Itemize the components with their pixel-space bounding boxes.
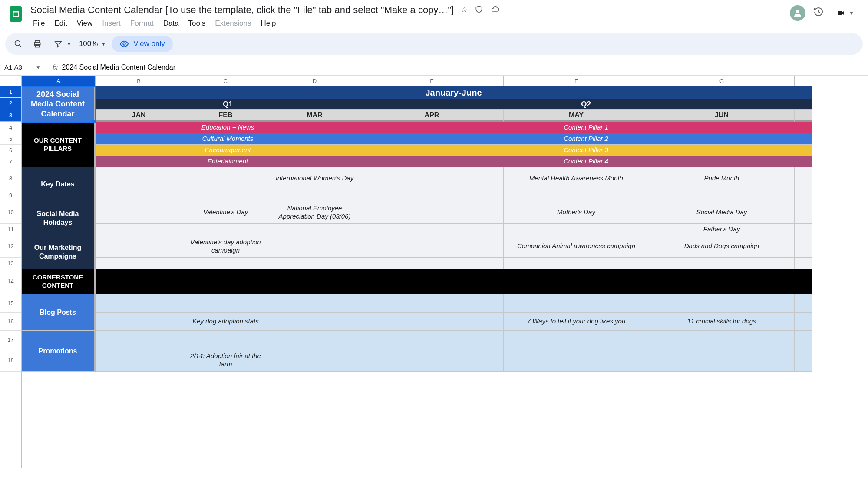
table-cell[interactable]: [182, 331, 269, 349]
table-cell[interactable]: [96, 201, 182, 224]
cell-month[interactable]: JUN: [649, 110, 795, 122]
table-cell[interactable]: [269, 224, 360, 235]
table-cell[interactable]: [360, 167, 504, 190]
table-cell[interactable]: [504, 190, 649, 201]
table-cell[interactable]: Mother's Day: [504, 201, 649, 224]
pillar-cell[interactable]: Content Pillar 2: [360, 133, 812, 145]
side-blog[interactable]: Blog Posts: [22, 294, 96, 331]
cell-month[interactable]: MAR: [269, 110, 360, 122]
table-cell[interactable]: [795, 190, 812, 201]
table-cell[interactable]: [96, 167, 182, 190]
side-campaigns[interactable]: Our Marketing Campaigns: [22, 235, 96, 269]
row-header[interactable]: 2: [0, 98, 21, 109]
chevron-down-icon[interactable]: ▼: [67, 42, 71, 47]
col-header[interactable]: B: [96, 76, 182, 86]
cell-month[interactable]: JAN: [96, 110, 182, 122]
table-cell[interactable]: [795, 294, 812, 313]
row-header[interactable]: 4: [0, 122, 21, 133]
document-title[interactable]: Social Media Content Calendar [To use th…: [29, 3, 455, 17]
table-cell[interactable]: 7 Ways to tell if your dog likes you: [504, 313, 649, 331]
pillar-cell[interactable]: Entertainment: [96, 156, 360, 167]
table-cell[interactable]: [360, 294, 504, 313]
meet-button[interactable]: ▼: [832, 6, 858, 20]
table-cell[interactable]: International Women's Day: [269, 167, 360, 190]
table-cell[interactable]: [96, 331, 182, 349]
menu-view[interactable]: View: [73, 17, 97, 30]
pillar-cell[interactable]: Cultural Moments: [96, 133, 360, 145]
pillar-cell[interactable]: Content Pillar 3: [360, 145, 812, 156]
table-cell[interactable]: [504, 258, 649, 269]
table-cell[interactable]: [96, 235, 182, 258]
table-cell[interactable]: [795, 201, 812, 224]
name-box[interactable]: A1:A3 ▼: [0, 63, 45, 71]
col-header[interactable]: A: [22, 76, 96, 86]
table-cell[interactable]: [182, 294, 269, 313]
account-avatar[interactable]: [790, 5, 805, 21]
col-header[interactable]: F: [504, 76, 649, 86]
table-cell[interactable]: [649, 349, 795, 372]
filter-button[interactable]: [50, 36, 66, 52]
row-header[interactable]: 7: [0, 156, 21, 167]
row-header[interactable]: 16: [0, 313, 21, 331]
sheets-logo[interactable]: [7, 5, 24, 23]
table-cell[interactable]: [182, 167, 269, 190]
table-cell[interactable]: [96, 294, 182, 313]
table-cell[interactable]: [360, 224, 504, 235]
table-cell[interactable]: 11 crucial skills for dogs: [649, 313, 795, 331]
table-cell[interactable]: [96, 269, 812, 294]
move-icon[interactable]: [475, 5, 483, 16]
row-header[interactable]: 10: [0, 201, 21, 224]
table-cell[interactable]: [96, 313, 182, 331]
cell-title[interactable]: 2024 Social Media Content Calendar: [22, 86, 96, 122]
selection-handle[interactable]: [92, 120, 95, 123]
table-cell[interactable]: [182, 190, 269, 201]
side-promotions[interactable]: Promotions: [22, 331, 96, 372]
table-cell[interactable]: [504, 294, 649, 313]
table-cell[interactable]: [795, 235, 812, 258]
side-holidays[interactable]: Social Media Holidays: [22, 201, 96, 235]
table-cell[interactable]: [269, 331, 360, 349]
cell-period[interactable]: January-June: [96, 86, 812, 99]
search-button[interactable]: [10, 36, 26, 52]
menu-tools[interactable]: Tools: [184, 17, 210, 30]
table-cell[interactable]: [649, 190, 795, 201]
star-icon[interactable]: ☆: [461, 5, 468, 16]
row-header[interactable]: 5: [0, 133, 21, 145]
table-cell[interactable]: [96, 224, 182, 235]
table-cell[interactable]: [795, 331, 812, 349]
select-all-corner[interactable]: [0, 76, 21, 86]
row-header[interactable]: 18: [0, 349, 21, 372]
row-header[interactable]: 6: [0, 145, 21, 156]
cell-month[interactable]: FEB: [182, 110, 269, 122]
col-header[interactable]: C: [182, 76, 269, 86]
table-cell[interactable]: [795, 258, 812, 269]
print-button[interactable]: [30, 36, 45, 52]
col-header[interactable]: E: [360, 76, 504, 86]
pillar-cell[interactable]: Education + News: [96, 122, 360, 133]
table-cell[interactable]: Valentine's day adoption campaign: [182, 235, 269, 258]
col-header[interactable]: G: [649, 76, 795, 86]
table-cell[interactable]: [96, 190, 182, 201]
table-cell[interactable]: [96, 349, 182, 372]
table-cell[interactable]: [795, 313, 812, 331]
cell-q1[interactable]: Q1: [96, 99, 360, 110]
table-cell[interactable]: [360, 313, 504, 331]
table-cell[interactable]: [269, 294, 360, 313]
table-cell[interactable]: [504, 349, 649, 372]
table-cell[interactable]: Companion Animal awareness campaign: [504, 235, 649, 258]
table-cell[interactable]: [360, 201, 504, 224]
side-pillars[interactable]: OUR CONTENT PILLARS: [22, 122, 96, 167]
table-cell[interactable]: [360, 258, 504, 269]
col-header[interactable]: [795, 76, 812, 86]
grid-scroll[interactable]: A B C D E F G 2024 Social Media Content …: [22, 76, 868, 468]
table-cell[interactable]: [269, 258, 360, 269]
table-cell[interactable]: [269, 190, 360, 201]
table-cell[interactable]: Dads and Dogs campaign: [649, 235, 795, 258]
row-header[interactable]: 1: [0, 86, 21, 98]
history-icon[interactable]: [813, 7, 824, 20]
table-cell[interactable]: 2/14: Adoption fair at the farm: [182, 349, 269, 372]
zoom-select[interactable]: 100% ▼: [76, 40, 108, 48]
menu-data[interactable]: Data: [159, 17, 183, 30]
side-keydates[interactable]: Key Dates: [22, 167, 96, 201]
table-cell[interactable]: [795, 349, 812, 372]
